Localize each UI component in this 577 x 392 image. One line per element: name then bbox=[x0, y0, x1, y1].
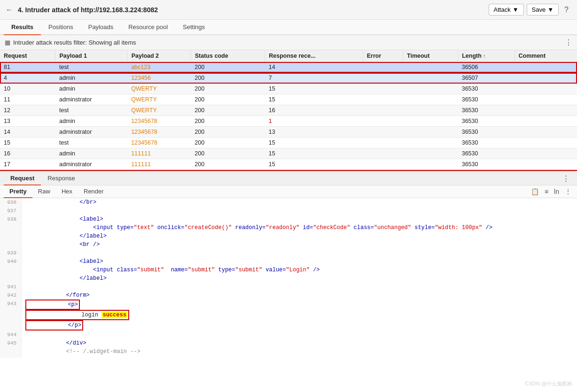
cell-error bbox=[363, 105, 403, 116]
results-table: Request Payload 1 Payload 2 Status code … bbox=[0, 50, 577, 170]
cell-payload2: 12345678 bbox=[127, 127, 191, 138]
code-line: 942 </form> bbox=[0, 291, 577, 300]
save-button[interactable]: Save ▼ bbox=[527, 4, 559, 15]
header: ← 4. Intruder attack of http://192.168.3… bbox=[0, 0, 577, 20]
tab-settings[interactable]: Settings bbox=[175, 20, 212, 35]
cell-status: 200 bbox=[191, 148, 265, 159]
col-error[interactable]: Error bbox=[363, 50, 403, 62]
cell-payload2: 111111 bbox=[127, 148, 191, 159]
cell-comment bbox=[515, 73, 577, 84]
line-content: </label> bbox=[22, 232, 107, 240]
col-payload2[interactable]: Payload 2 bbox=[127, 50, 191, 62]
cell-response: 15 bbox=[265, 138, 363, 148]
cell-payload2: 12345678 bbox=[127, 138, 191, 148]
cell-status: 200 bbox=[191, 105, 265, 116]
page-title: 4. Intruder attack of http://192.168.3.2… bbox=[18, 6, 489, 14]
chevron-down-icon: ▼ bbox=[547, 6, 554, 13]
cell-length: 36530 bbox=[458, 127, 515, 138]
cell-comment bbox=[515, 159, 577, 170]
filter-menu-button[interactable]: ⋮ bbox=[565, 38, 572, 47]
table-row[interactable]: 11 adminstrator QWERTY 200 15 36530 bbox=[0, 94, 577, 105]
cell-error bbox=[363, 73, 403, 84]
cell-response: 13 bbox=[265, 127, 363, 138]
cell-payload2: 12345678 bbox=[127, 116, 191, 127]
code-line: login success bbox=[0, 310, 577, 320]
line-content bbox=[22, 249, 25, 257]
code-line: </p> bbox=[0, 320, 577, 331]
col-length[interactable]: Length ↑ bbox=[458, 50, 515, 62]
cell-response: 1 bbox=[265, 116, 363, 127]
cell-request: 4 bbox=[0, 73, 55, 84]
ln-icon[interactable]: ln bbox=[552, 187, 561, 196]
cell-payload1: test bbox=[55, 62, 127, 73]
cell-response: 7 bbox=[265, 73, 363, 84]
cell-payload1: test bbox=[55, 105, 127, 116]
sub-tab-hex[interactable]: Hex bbox=[56, 185, 78, 198]
cell-timeout bbox=[403, 84, 458, 94]
cell-response: 15 bbox=[265, 159, 363, 170]
bottom-tab-actions: ⋮ bbox=[561, 173, 573, 184]
line-content: <input class="submit" name="submit" type… bbox=[22, 266, 320, 274]
bottom-panel-tabs: Request Response ⋮ bbox=[0, 171, 577, 185]
line-number bbox=[0, 240, 22, 249]
cell-comment bbox=[515, 105, 577, 116]
cell-request: 11 bbox=[0, 94, 55, 105]
line-content: <!-- /.widget-main --> bbox=[22, 347, 140, 356]
code-line: <!-- /.widget-main --> bbox=[0, 347, 577, 356]
chevron-down-icon: ▼ bbox=[513, 6, 519, 13]
cell-payload2: abc123 bbox=[127, 62, 191, 73]
col-response[interactable]: Response rece... bbox=[265, 50, 363, 62]
cell-status: 200 bbox=[191, 127, 265, 138]
table-row[interactable]: 12 test QWERTY 200 16 36530 bbox=[0, 105, 577, 116]
more-icon[interactable]: ⋮ bbox=[563, 187, 573, 196]
attack-button[interactable]: Attack ▼ bbox=[489, 4, 524, 15]
tab-positions[interactable]: Positions bbox=[41, 20, 81, 35]
table-row[interactable]: 15 test 12345678 200 15 36530 bbox=[0, 138, 577, 148]
cell-response: 15 bbox=[265, 94, 363, 105]
kebab-menu-button[interactable]: ⋮ bbox=[561, 173, 571, 184]
code-line: 939 bbox=[0, 249, 577, 257]
copy-icon[interactable]: 📋 bbox=[529, 187, 541, 196]
table-row[interactable]: 81 test abc123 200 14 36506 bbox=[0, 62, 577, 73]
bottom-tab-request[interactable]: Request bbox=[4, 172, 41, 185]
tab-payloads[interactable]: Payloads bbox=[81, 20, 121, 35]
cell-response: 14 bbox=[265, 62, 363, 73]
table-row[interactable]: 14 adminstrator 12345678 200 13 36530 bbox=[0, 127, 577, 138]
sub-tab-raw[interactable]: Raw bbox=[32, 185, 56, 198]
line-content bbox=[22, 207, 25, 215]
tab-resource-pool[interactable]: Resource pool bbox=[121, 20, 175, 35]
wrap-icon[interactable]: ≡ bbox=[543, 187, 550, 196]
table-row[interactable]: 10 admin QWERTY 200 15 36530 bbox=[0, 84, 577, 94]
bottom-tab-response[interactable]: Response bbox=[41, 172, 82, 185]
cell-payload1: admin bbox=[55, 73, 127, 84]
col-payload1[interactable]: Payload 1 bbox=[55, 50, 127, 62]
col-timeout[interactable]: Timeout bbox=[403, 50, 458, 62]
line-content: login success bbox=[22, 310, 129, 320]
cell-timeout bbox=[403, 73, 458, 84]
cell-status: 200 bbox=[191, 62, 265, 73]
filter-bar: ▦ Intruder attack results filter: Showin… bbox=[0, 35, 577, 50]
table-row[interactable]: 17 adminstrator 111111 200 15 36530 bbox=[0, 159, 577, 170]
cell-response: 15 bbox=[265, 84, 363, 94]
sub-tab-pretty[interactable]: Pretty bbox=[4, 185, 32, 198]
tab-results[interactable]: Results bbox=[4, 20, 41, 35]
table-row[interactable]: 4 admin 123456 200 7 36507 bbox=[0, 73, 577, 84]
line-number: 942 bbox=[0, 291, 22, 300]
cell-timeout bbox=[403, 127, 458, 138]
col-status[interactable]: Status code bbox=[191, 50, 265, 62]
cell-timeout bbox=[403, 94, 458, 105]
col-comment[interactable]: Comment bbox=[515, 50, 577, 62]
table-row[interactable]: 16 admin 111111 200 15 36530 bbox=[0, 148, 577, 159]
code-line: 945 </div> bbox=[0, 339, 577, 347]
back-icon[interactable]: ← bbox=[6, 6, 13, 14]
line-number bbox=[0, 266, 22, 274]
code-line: 943 <p> bbox=[0, 300, 577, 310]
help-button[interactable]: ? bbox=[561, 5, 571, 15]
table-row[interactable]: 13 admin 12345678 200 1 36530 bbox=[0, 116, 577, 127]
cell-error bbox=[363, 84, 403, 94]
cell-comment bbox=[515, 116, 577, 127]
code-line: 946 bbox=[0, 356, 577, 358]
col-request[interactable]: Request bbox=[0, 50, 55, 62]
sub-tab-render[interactable]: Render bbox=[78, 185, 109, 198]
cell-length: 36530 bbox=[458, 159, 515, 170]
